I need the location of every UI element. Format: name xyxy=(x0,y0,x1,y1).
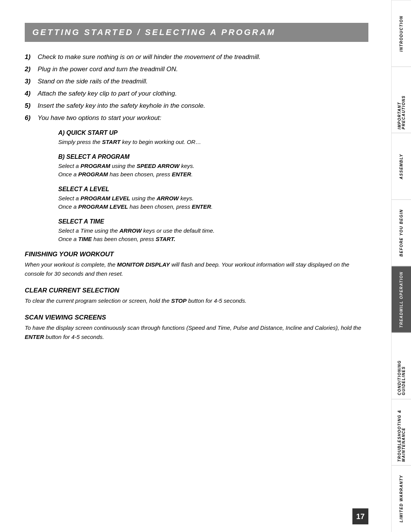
finishing-workout-section: FINISHING YOUR WORKOUT When your workout… xyxy=(25,251,368,278)
select-time-section: SELECT A TIME Select a Time using the AR… xyxy=(58,218,368,244)
list-item: 3) Stand on the side rails of the treadm… xyxy=(25,78,368,85)
step-text: Insert the safety key into the safety ke… xyxy=(38,102,205,110)
step-text: You have two options to start your worko… xyxy=(38,114,161,122)
sidebar-item-troubleshooting[interactable]: TROUBLESHOOTING & MAINTENANCE xyxy=(392,399,411,466)
page-number: 17 xyxy=(352,508,368,524)
step-num: 1) xyxy=(25,53,35,61)
select-program-title: B) SELECT A PROGRAM xyxy=(58,153,368,160)
clear-selection-body: To clear the current program selection o… xyxy=(25,296,368,305)
quick-start-title: A) QUICK START UP xyxy=(58,129,368,136)
scan-viewing-section: SCAN VIEWING SCREENS To have the display… xyxy=(25,314,368,342)
page-header: GETTING STARTED / SELECTING A PROGRAM xyxy=(25,23,368,42)
step-text: Stand on the side rails of the treadmill… xyxy=(38,78,148,85)
select-time-title: SELECT A TIME xyxy=(58,218,368,225)
step6-subsections: A) QUICK START UP Simply press the START… xyxy=(35,129,368,244)
scan-viewing-body: To have the display screen continuously … xyxy=(25,323,368,342)
sidebar-item-treadmill-operation[interactable]: TREADMILL OPERATION xyxy=(392,266,411,333)
quick-start-section: A) QUICK START UP Simply press the START… xyxy=(58,129,368,147)
select-program-body: Select a PROGRAM using the SPEED ARROW k… xyxy=(58,162,368,179)
sidebar-item-conditioning[interactable]: CONDITIONING GUIDELINES xyxy=(392,332,411,399)
select-program-section: B) SELECT A PROGRAM Select a PROGRAM usi… xyxy=(58,153,368,179)
select-time-body: Select a Time using the ARROW keys or us… xyxy=(58,227,368,244)
scan-viewing-title: SCAN VIEWING SCREENS xyxy=(25,314,368,321)
select-level-body: Select a PROGRAM LEVEL using the ARROW k… xyxy=(58,194,368,211)
step-text: Check to make sure nothing is on or will… xyxy=(38,53,261,61)
step-num: 3) xyxy=(25,78,35,85)
step-num: 5) xyxy=(25,102,35,110)
list-item: 6) You have two options to start your wo… xyxy=(25,114,368,122)
page-container: GETTING STARTED / SELECTING A PROGRAM 1)… xyxy=(0,0,411,532)
clear-selection-title: CLEAR CURRENT SELECTION xyxy=(25,287,368,294)
sidebar-item-before-you-begin[interactable]: BEFORE YOU BEGIN xyxy=(392,200,411,266)
sidebar-item-precautions[interactable]: IMPORTANT PRECAUTIONS xyxy=(392,67,411,133)
sidebar-item-assembly[interactable]: ASSEMBLY xyxy=(392,133,411,200)
page-title: GETTING STARTED / SELECTING A PROGRAM xyxy=(32,27,361,37)
quick-start-body: Simply press the START key to begin work… xyxy=(58,138,368,147)
list-item: 2) Plug in the power cord and turn the t… xyxy=(25,66,368,73)
sidebar: INTRODUCTION IMPORTANT PRECAUTIONS ASSEM… xyxy=(391,0,411,532)
list-item: 1) Check to make sure nothing is on or w… xyxy=(25,53,368,61)
step-text: Attach the safety key clip to part of yo… xyxy=(38,90,177,97)
finishing-workout-body: When your workout is complete, the MONIT… xyxy=(25,260,368,278)
finishing-workout-title: FINISHING YOUR WORKOUT xyxy=(25,251,368,258)
list-item: 5) Insert the safety key into the safety… xyxy=(25,102,368,110)
main-content: GETTING STARTED / SELECTING A PROGRAM 1)… xyxy=(0,0,391,532)
steps-list: 1) Check to make sure nothing is on or w… xyxy=(25,53,368,122)
step-text: Plug in the power cord and turn the trea… xyxy=(38,66,178,73)
list-item: 4) Attach the safety key clip to part of… xyxy=(25,90,368,97)
select-level-section: SELECT A LEVEL Select a PROGRAM LEVEL us… xyxy=(58,186,368,211)
select-level-title: SELECT A LEVEL xyxy=(58,186,368,193)
step-num: 2) xyxy=(25,66,35,73)
sidebar-item-introduction[interactable]: INTRODUCTION xyxy=(392,0,411,67)
step-num: 4) xyxy=(25,90,35,97)
step-num: 6) xyxy=(25,114,35,122)
clear-selection-section: CLEAR CURRENT SELECTION To clear the cur… xyxy=(25,287,368,305)
sidebar-item-warranty[interactable]: LIMITED WARRANTY xyxy=(392,465,411,532)
